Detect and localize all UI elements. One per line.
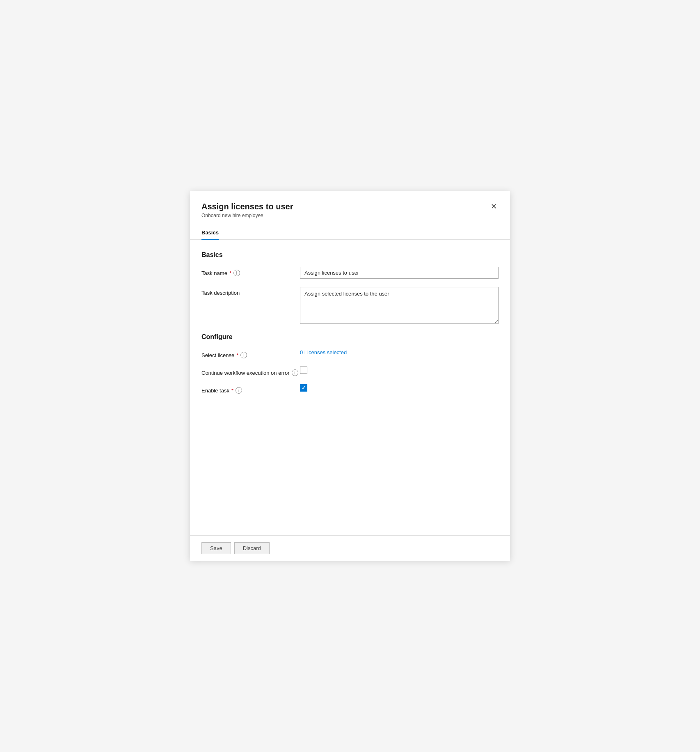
configure-section-title: Configure [201,333,499,341]
select-license-control: 0 Licenses selected [300,349,499,355]
dialog-subtitle: Onboard new hire employee [201,213,293,218]
select-license-label: Select license * i [201,349,300,358]
task-name-input[interactable] [300,267,499,279]
discard-button[interactable]: Discard [234,542,270,554]
dialog-title: Assign licenses to user [201,201,293,212]
enable-task-required: * [231,387,233,394]
dialog-header: Assign licenses to user Onboard new hire… [190,191,510,222]
continue-workflow-row: Continue workflow execution on error i [201,367,499,376]
dialog-footer: Save Discard [190,535,510,561]
task-name-required: * [229,270,231,276]
enable-task-row: Enable task * i ✓ [201,384,499,394]
assign-licenses-dialog: Assign licenses to user Onboard new hire… [190,191,510,561]
task-name-label: Task name * i [201,267,300,276]
save-button[interactable]: Save [201,542,231,554]
dialog-content: Basics Task name * i Task description As… [190,240,510,535]
task-name-info-icon: i [233,270,240,276]
continue-workflow-control [300,367,499,374]
enable-task-info-icon: i [236,387,242,394]
task-description-textarea[interactable]: Assign selected licenses to the user [300,287,499,324]
task-description-row: Task description Assign selected license… [201,287,499,325]
close-button[interactable]: ✕ [489,201,499,212]
tab-basics[interactable]: Basics [201,225,219,240]
task-name-control [300,267,499,279]
select-license-info-icon: i [240,352,247,358]
continue-workflow-info-icon: i [292,369,298,376]
tab-bar: Basics [190,225,510,240]
checkmark-icon: ✓ [302,385,306,390]
dialog-title-block: Assign licenses to user Onboard new hire… [201,201,293,218]
enable-task-label: Enable task * i [201,384,300,394]
continue-workflow-label: Continue workflow execution on error i [201,367,300,376]
continue-workflow-checkbox[interactable] [300,367,307,374]
task-name-row: Task name * i [201,267,499,279]
task-description-control: Assign selected licenses to the user [300,287,499,325]
select-license-row: Select license * i 0 Licenses selected [201,349,499,358]
licenses-selected-link[interactable]: 0 Licenses selected [300,349,347,355]
close-icon: ✕ [491,203,497,210]
configure-section: Configure Select license * i 0 Licenses … [201,333,499,394]
enable-task-control: ✓ [300,384,499,392]
enable-task-checkbox[interactable]: ✓ [300,384,307,392]
basics-section-title: Basics [201,251,499,259]
select-license-required: * [236,352,238,358]
task-description-label: Task description [201,287,300,296]
